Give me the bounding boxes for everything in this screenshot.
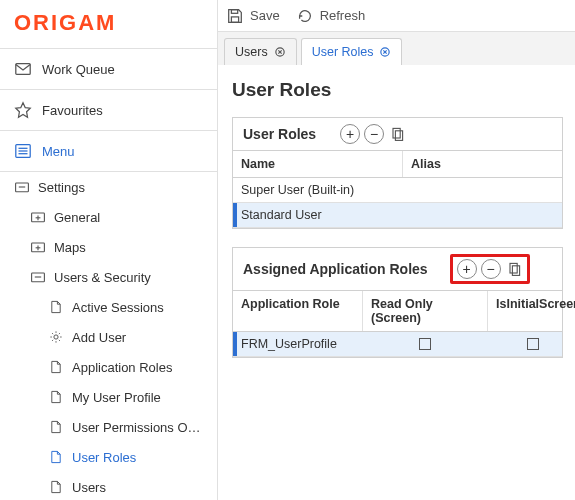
col-name[interactable]: Name [233, 151, 403, 177]
svg-rect-0 [16, 64, 30, 75]
toolbar-label: Save [250, 8, 280, 23]
col-read-only[interactable]: Read Only (Screen) [363, 291, 488, 331]
tab-label: User Roles [312, 45, 374, 59]
tree-active-sessions[interactable]: Active Sessions [0, 292, 217, 322]
tree-label: Maps [54, 240, 86, 255]
panel-title: User Roles [243, 126, 316, 142]
close-icon[interactable] [274, 46, 286, 58]
remove-assigned-button[interactable]: − [481, 259, 501, 279]
assigned-actions-highlight: + − [450, 254, 530, 284]
tree-label: Add User [72, 330, 126, 345]
tree-label: User Roles [72, 450, 136, 465]
folder-plus-icon [30, 209, 46, 225]
page-icon [48, 359, 64, 375]
checkbox-icon[interactable] [527, 338, 539, 350]
checkbox-icon[interactable] [419, 338, 431, 350]
page-icon [48, 389, 64, 405]
tab-user-roles[interactable]: User Roles [301, 38, 403, 65]
tree-user-roles[interactable]: User Roles [0, 442, 217, 472]
tab-users[interactable]: Users [224, 38, 297, 65]
svg-rect-17 [231, 9, 237, 13]
svg-rect-28 [512, 266, 519, 276]
cell-name: Standard User [233, 203, 403, 227]
tree-general[interactable]: General [0, 202, 217, 232]
save-button[interactable]: Save [226, 7, 280, 25]
remove-role-button[interactable]: − [364, 124, 384, 144]
add-assigned-button[interactable]: + [457, 259, 477, 279]
gear-icon [48, 329, 64, 345]
page-title: User Roles [232, 79, 563, 101]
page-icon [48, 419, 64, 435]
tree-label: Application Roles [72, 360, 172, 375]
refresh-button[interactable]: Refresh [296, 7, 366, 25]
cell-app-role: FRM_UserProfile [233, 332, 363, 356]
close-icon[interactable] [379, 46, 391, 58]
tree-add-user[interactable]: Add User [0, 322, 217, 352]
tree-label: My User Profile [72, 390, 161, 405]
tree-label: Users & Security [54, 270, 151, 285]
copy-assigned-button[interactable] [505, 259, 523, 279]
sidebar-item-label: Menu [42, 144, 75, 159]
folder-open-icon [14, 179, 30, 195]
refresh-icon [296, 7, 314, 25]
svg-rect-27 [510, 263, 517, 273]
table-row[interactable]: FRM_UserProfile [233, 332, 562, 357]
folder-plus-icon [30, 239, 46, 255]
tree-label: General [54, 210, 100, 225]
star-icon [14, 101, 32, 119]
sidebar-favourites[interactable]: Favourites [0, 90, 217, 131]
user-roles-panel: User Roles + − Name Alias Super User (Bu… [232, 117, 563, 229]
svg-rect-26 [396, 131, 403, 141]
tree-maps[interactable]: Maps [0, 232, 217, 262]
svg-rect-18 [231, 16, 238, 21]
page-icon [48, 449, 64, 465]
svg-rect-25 [393, 128, 400, 138]
menu-box-icon [14, 142, 32, 160]
sidebar-item-label: Work Queue [42, 62, 115, 77]
brand-logo: ORIGAM [0, 0, 217, 48]
page-icon [48, 299, 64, 315]
cell-initial[interactable] [488, 333, 575, 355]
sidebar-menu[interactable]: Menu [0, 131, 217, 172]
page-icon [48, 479, 64, 495]
tree-users-security[interactable]: Users & Security [0, 262, 217, 292]
toolbar-label: Refresh [320, 8, 366, 23]
mail-icon [14, 60, 32, 78]
add-role-button[interactable]: + [340, 124, 360, 144]
assigned-roles-panel: Assigned Application Roles + − Applicati… [232, 247, 563, 358]
svg-marker-1 [16, 103, 30, 117]
tree-label: Users [72, 480, 106, 495]
table-row[interactable]: Standard User [233, 203, 562, 228]
cell-name: Super User (Built-in) [233, 178, 403, 202]
folder-open-icon [30, 269, 46, 285]
tree-my-user-profile[interactable]: My User Profile [0, 382, 217, 412]
tree-settings[interactable]: Settings [0, 172, 217, 202]
tree-label: Settings [38, 180, 85, 195]
tab-label: Users [235, 45, 268, 59]
col-alias[interactable]: Alias [403, 151, 562, 177]
col-initial[interactable]: IsInitialScreen [488, 291, 575, 331]
tree-users[interactable]: Users [0, 472, 217, 500]
col-app-role[interactable]: Application Role [233, 291, 363, 331]
sidebar-work-queue[interactable]: Work Queue [0, 49, 217, 90]
tree-label: User Permissions Overv… [72, 420, 203, 435]
tree-application-roles[interactable]: Application Roles [0, 352, 217, 382]
copy-role-button[interactable] [388, 124, 406, 144]
svg-point-16 [54, 335, 58, 339]
cell-alias [403, 210, 562, 220]
save-icon [226, 7, 244, 25]
panel-title: Assigned Application Roles [243, 261, 428, 277]
tree-label: Active Sessions [72, 300, 164, 315]
tree-user-permissions[interactable]: User Permissions Overv… [0, 412, 217, 442]
cell-alias [403, 185, 562, 195]
sidebar-item-label: Favourites [42, 103, 103, 118]
table-row[interactable]: Super User (Built-in) [233, 178, 562, 203]
cell-read-only[interactable] [363, 333, 488, 355]
